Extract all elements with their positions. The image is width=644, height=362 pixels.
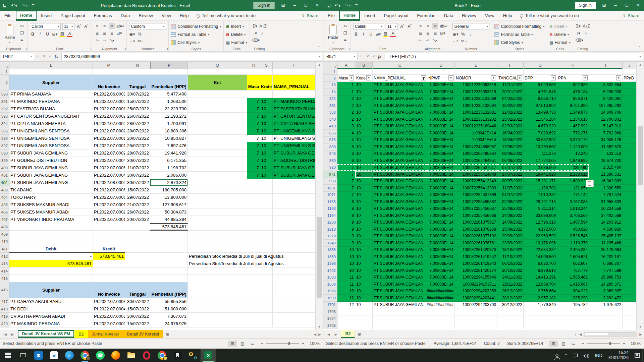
cell-H1506[interactable]: 1.415.667 — [557, 281, 589, 288]
row-header-971[interactable]: 971 — [323, 171, 337, 178]
cell-L392[interactable]: PT FASTRATA BUANA — [9, 105, 93, 113]
cell-R400[interactable]: 7 — [247, 164, 260, 172]
cell-Q415[interactable] — [188, 275, 247, 282]
cell-F1031[interactable]: 11/07/2022 — [497, 185, 524, 192]
formula-input[interactable]: 2870323,63999999▾ — [61, 53, 322, 60]
cell-P392[interactable]: 22.229.730 — [150, 105, 188, 113]
column-header-F[interactable]: F — [497, 62, 524, 69]
cell-J331[interactable] — [623, 102, 636, 109]
cell-P396[interactable]: 10.850.827 — [150, 135, 188, 142]
cell-G322[interactable]: 8.563.710 — [524, 96, 557, 103]
cell-D1703[interactable] — [427, 308, 455, 315]
cell-H333[interactable]: 1.349.973 — [557, 109, 589, 116]
cell-L419[interactable]: CV ASTHA PANGAN ABADI — [9, 313, 93, 320]
cell-I1703[interactable] — [589, 308, 623, 315]
cell-E1506[interactable]: 100092294155711 — [455, 281, 497, 288]
sheet-tab-detail-jv-koreksi-vs-fm[interactable]: Detail JV Koreksi VS FM — [18, 330, 74, 338]
cell-A322[interactable]: 2 — [337, 96, 355, 103]
clock[interactable]: 15.24 31/01/2026 — [605, 350, 632, 360]
cell-J800[interactable] — [623, 143, 636, 150]
cell-G1218[interactable]: 4.172.000 — [524, 226, 557, 233]
share-button[interactable]: ⇪Share — [297, 13, 323, 18]
cell-J1249[interactable] — [623, 240, 636, 247]
cell-F1704[interactable] — [497, 315, 524, 322]
cell-L407[interactable]: PT VISIONART INDO PRATAMA — [9, 216, 93, 223]
cell-C1586[interactable]: PT SUBUR JAYA GEMILAN — [373, 288, 427, 295]
row-header-396[interactable]: 396 — [0, 135, 9, 142]
cell-C1380[interactable]: PT SUBUR JAYA GEMILAN — [373, 253, 427, 260]
cell-F1333[interactable]: 18/10/2022 — [497, 247, 524, 254]
cell-M417[interactable]: PI.2022.07.00030 — [93, 298, 125, 305]
row-header-1249[interactable]: 1249 — [323, 240, 337, 247]
cell-S401[interactable]: 10 — [260, 172, 273, 179]
row-header-1586[interactable]: 1586 — [323, 288, 337, 295]
cell-M395[interactable]: PI.2022.07.00028 — [93, 127, 125, 135]
cell-Q397[interactable] — [188, 142, 247, 149]
opera-app[interactable] — [139, 349, 154, 362]
cell-J1155[interactable] — [623, 198, 636, 205]
decrease-decimal-icon[interactable]: .00→ — [137, 38, 144, 44]
hscroll-track[interactable] — [584, 332, 637, 337]
column-header-C[interactable]: C — [373, 62, 427, 69]
cell-F655[interactable]: 16/04/2022 — [497, 130, 524, 137]
cell-C2[interactable]: NAMA_PENJUAL — [373, 75, 427, 82]
formula-bar-splitter[interactable]: ⋮ — [359, 54, 363, 59]
cell-T404[interactable] — [273, 194, 315, 201]
cell-C1[interactable] — [373, 69, 427, 75]
cell-A1380[interactable]: 10 — [337, 253, 355, 260]
cell-G845[interactable]: 111.273 — [524, 150, 557, 158]
cell-I1699[interactable]: 3.282.472 — [589, 295, 623, 302]
cell-B1071[interactable]: 10 — [355, 192, 373, 199]
cell-J340[interactable] — [623, 116, 636, 123]
cell-Q420[interactable] — [188, 320, 247, 327]
cell-R392[interactable]: 7 — [247, 105, 260, 113]
cell-L395[interactable]: PT UNIGEMILANG SENTOSA — [9, 127, 93, 135]
cell-F1155[interactable]: 02/08/2022 — [497, 198, 524, 205]
align-left-icon[interactable]: ≣ — [94, 30, 100, 36]
increase-decimal-icon[interactable]: ←.0 — [129, 38, 135, 44]
cell-B340[interactable]: 10 — [355, 116, 373, 123]
paste-button[interactable]: Paste▾ — [2, 22, 17, 46]
cell-J1699[interactable] — [623, 295, 636, 302]
row-header-397[interactable]: 397 — [0, 142, 9, 149]
enter-icon[interactable]: ✓ — [372, 54, 375, 59]
cell-styles-button[interactable]: Cell Styles ▾ — [171, 39, 221, 46]
cell-F2[interactable]: TANGGAL▼ — [497, 75, 524, 82]
tab-insert[interactable]: Insert — [37, 11, 56, 20]
cell-A675[interactable]: 4 — [337, 137, 355, 144]
column-header-R[interactable]: R — [247, 62, 260, 69]
cell-H1031[interactable]: 131.857 — [557, 185, 589, 192]
cell-C333[interactable]: PT SUBUR JAYA GEMILAN — [373, 109, 427, 116]
cell-Q417[interactable] — [188, 298, 247, 305]
cell-I1333[interactable]: 25.179.664 — [589, 247, 623, 254]
row-header-1[interactable]: 1 — [0, 69, 9, 75]
cell-H1155[interactable]: 3.167.088 — [557, 198, 589, 205]
new-sheet-button[interactable]: ⊕ — [163, 330, 172, 338]
cell-D1071[interactable]: 7,00803E+14 — [427, 192, 455, 199]
row-header-1071[interactable]: 1071 — [323, 192, 337, 199]
cell-R397[interactable]: 7 — [247, 142, 260, 149]
cell-M1[interactable] — [93, 69, 125, 75]
cell-L404[interactable]: TOKO HARY — [9, 194, 93, 201]
cell-J1704[interactable] — [623, 315, 636, 322]
tab-help[interactable]: Help — [499, 11, 517, 20]
cell-C845[interactable]: PT SUBUR JAYA GEMILAN — [373, 150, 427, 158]
cell-M413[interactable] — [93, 260, 125, 267]
cell-C1249[interactable]: PT SUBUR JAYA GEMILAN — [373, 240, 427, 247]
redo-icon[interactable]: ↷▾ — [345, 3, 351, 8]
cell-E322[interactable]: 100012235131689 — [455, 96, 497, 103]
shrink-font-icon[interactable]: Aˇ — [407, 24, 413, 29]
cell-G800[interactable]: 10.263.667 — [524, 143, 557, 150]
cell-C1031[interactable]: PT SUBUR JAYA GEMILAN — [373, 185, 427, 192]
cell-Q402[interactable] — [188, 179, 247, 186]
cell-Q390[interactable] — [188, 90, 247, 98]
cell-G971[interactable]: 19.441.920 — [524, 171, 557, 178]
cell-J418[interactable] — [623, 123, 636, 130]
cell-C322[interactable]: PT SUBUR JAYA GEMILAN — [373, 96, 427, 103]
sheet-next-icon[interactable]: ▶ — [335, 333, 337, 336]
cell-L405[interactable]: PT SUKSES MAKMUR ABADI — [9, 201, 93, 208]
cell-A993[interactable]: 7 — [337, 178, 355, 185]
row-header-1228[interactable]: 1228 — [323, 233, 337, 240]
hscroll-left-icon[interactable]: ◀ — [579, 333, 582, 336]
row-header-1699[interactable]: 1699 — [323, 295, 337, 302]
